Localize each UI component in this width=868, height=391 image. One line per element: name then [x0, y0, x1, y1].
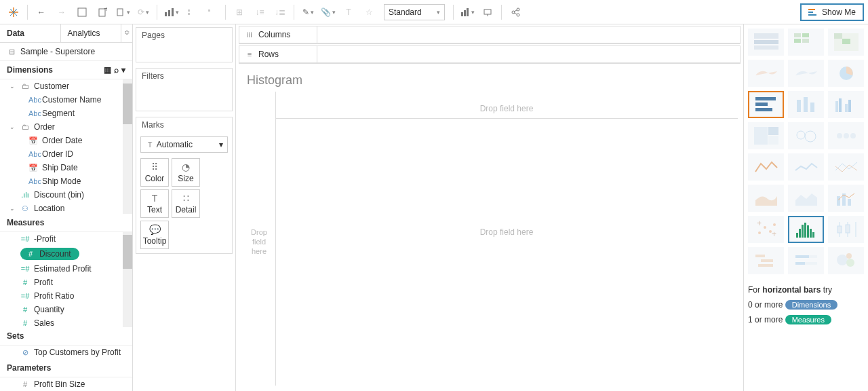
tab-settings-icon[interactable]: ≎ — [121, 24, 132, 42]
viz-type-side-by-side-circles[interactable] — [828, 122, 864, 149]
sort-desc-icon[interactable] — [202, 3, 221, 22]
svg-rect-58 — [848, 199, 851, 206]
meas-sales[interactable]: #Sales — [0, 316, 132, 327]
tab-analytics[interactable]: Analytics — [61, 24, 122, 42]
dim-order-date[interactable]: 📅Order Date — [0, 134, 132, 147]
menu-caret-icon[interactable]: ▾ — [121, 65, 125, 75]
meas-profit-ratio[interactable]: =#Profit Ratio — [0, 289, 132, 303]
viz-type-highlight-table[interactable] — [828, 29, 864, 56]
totals-icon[interactable]: ↓≡ — [250, 3, 269, 22]
new-datasource-icon[interactable]: + — [93, 3, 112, 22]
refresh-icon[interactable]: ⟳▾ — [134, 3, 153, 22]
dim-order-id[interactable]: AbcOrder ID — [0, 147, 132, 161]
presentation-icon[interactable] — [478, 3, 497, 22]
svg-point-60 — [764, 226, 766, 229]
marks-type-dropdown[interactable]: T Automatic▾ — [140, 136, 228, 153]
view-grid-icon[interactable]: ▦ — [104, 65, 111, 75]
pin-icon[interactable]: ☆ — [359, 3, 378, 22]
new-worksheet-icon[interactable]: ▾ — [113, 3, 132, 22]
viz-type-area-discrete[interactable] — [788, 185, 824, 212]
viz-type-horizontal-bar[interactable] — [748, 91, 784, 118]
viz-type-dual-line[interactable] — [828, 153, 864, 181]
svg-point-21 — [517, 14, 519, 16]
show-me-button[interactable]: Show Me — [800, 3, 864, 21]
dim-folder-customer[interactable]: ⌄🗀Customer — [0, 79, 132, 93]
datasource-row[interactable]: ⊟Sample - Superstore — [0, 43, 132, 61]
viz-type-side-by-side-bar[interactable] — [828, 91, 864, 118]
worksheet-canvas: iiiColumns ≡Rows Histogram Drop field he… — [236, 24, 743, 391]
viz-type-scatter[interactable]: ++ — [748, 216, 784, 243]
columns-shelf[interactable] — [317, 26, 741, 43]
marks-tooltip-button[interactable]: 💬Tooltip — [140, 221, 169, 249]
viz-type-circle-views[interactable] — [788, 122, 824, 149]
viz-type-dual-combination[interactable] — [828, 185, 864, 212]
svg-rect-13 — [208, 10, 210, 12]
dim-customer-name[interactable]: AbcCustomer Name — [0, 93, 132, 107]
viz-type-treemap[interactable] — [748, 122, 784, 149]
viz-type-packed-bubbles[interactable] — [828, 247, 864, 274]
viz-type-heat-map[interactable] — [788, 29, 824, 56]
svg-rect-43 — [810, 103, 814, 112]
svg-rect-46 — [845, 104, 848, 112]
back-icon[interactable]: ← — [32, 3, 51, 22]
viz-type-gantt[interactable] — [748, 247, 784, 274]
svg-rect-31 — [802, 33, 809, 37]
svg-rect-38 — [755, 97, 776, 100]
svg-rect-48 — [754, 127, 768, 145]
svg-point-52 — [805, 131, 816, 142]
viz-type-histogram[interactable] — [788, 216, 824, 243]
dim-folder-order[interactable]: ⌄🗀Order — [0, 120, 132, 134]
viz-drop-area[interactable]: Drop field here Drop field here Drop fie… — [241, 92, 738, 386]
set-top-customers[interactable]: ⊘Top Customers by Profit — [0, 346, 132, 359]
viz-type-bullet[interactable] — [788, 247, 824, 274]
meas-quantity[interactable]: #Quantity — [0, 303, 132, 316]
svg-rect-30 — [794, 33, 801, 37]
fit-dropdown[interactable]: Standard▾ — [384, 4, 445, 20]
viz-type-line-discrete[interactable] — [788, 153, 824, 181]
viz-type-line-continuous[interactable] — [748, 153, 784, 181]
svg-rect-29 — [754, 45, 778, 50]
tab-data[interactable]: Data — [0, 24, 61, 42]
filters-shelf[interactable]: Filters — [136, 68, 233, 111]
share-icon[interactable] — [506, 3, 525, 22]
meas-estimated-profit[interactable]: =#Estimated Profit — [0, 262, 132, 276]
dim-discount-bin[interactable]: .ılıDiscount (bin) — [0, 188, 132, 202]
sort-asc-icon[interactable] — [182, 3, 201, 22]
show-hide-icon[interactable]: ↓≣ — [271, 3, 290, 22]
svg-rect-41 — [797, 100, 801, 112]
marks-color-button[interactable]: ⠿Color — [140, 158, 169, 187]
tableau-logo-icon[interactable] — [4, 3, 23, 22]
svg-rect-47 — [848, 100, 851, 112]
viz-type-symbol-map[interactable] — [748, 60, 784, 87]
meas-profit[interactable]: #Profit — [0, 276, 132, 289]
viz-type-pie[interactable] — [828, 60, 864, 87]
sheet-title[interactable]: Histogram — [236, 64, 743, 92]
svg-rect-83 — [795, 262, 805, 265]
save-icon[interactable] — [73, 3, 92, 22]
swap-icon[interactable]: ▾ — [161, 3, 180, 22]
text-icon[interactable]: T — [339, 3, 358, 22]
viz-type-filled-map[interactable] — [788, 60, 824, 87]
dim-ship-date[interactable]: 📅Ship Date — [0, 161, 132, 174]
viz-type-box-plot[interactable] — [828, 216, 864, 243]
cards-icon[interactable]: ▾ — [458, 3, 477, 22]
dim-folder-location[interactable]: ⌄⚇Location — [0, 202, 132, 214]
marks-text-button[interactable]: TText — [140, 189, 169, 218]
attach-icon[interactable]: 📎▾ — [319, 3, 338, 22]
viz-type-stacked-bar[interactable] — [788, 91, 824, 118]
viz-type-text-table[interactable] — [748, 29, 784, 56]
highlight-icon[interactable]: ✎▾ — [298, 3, 317, 22]
meas-discount[interactable]: #Discount — [0, 246, 132, 262]
viz-type-area-continuous[interactable] — [748, 185, 784, 212]
group-icon[interactable]: ⊞ — [230, 3, 249, 22]
dim-segment[interactable]: AbcSegment — [0, 107, 132, 120]
marks-detail-button[interactable]: ∷Detail — [172, 189, 200, 218]
dim-ship-mode[interactable]: AbcShip Mode — [0, 174, 132, 188]
pages-shelf[interactable]: Pages — [136, 27, 233, 62]
forward-icon[interactable]: → — [52, 3, 71, 22]
meas-neg-profit[interactable]: =#-Profit — [0, 232, 132, 246]
marks-size-button[interactable]: ◔Size — [172, 158, 200, 187]
rows-shelf[interactable] — [317, 45, 741, 63]
search-icon[interactable]: ⌕ — [114, 65, 119, 75]
param-profit-bin-size[interactable]: #Profit Bin Size — [0, 377, 132, 391]
